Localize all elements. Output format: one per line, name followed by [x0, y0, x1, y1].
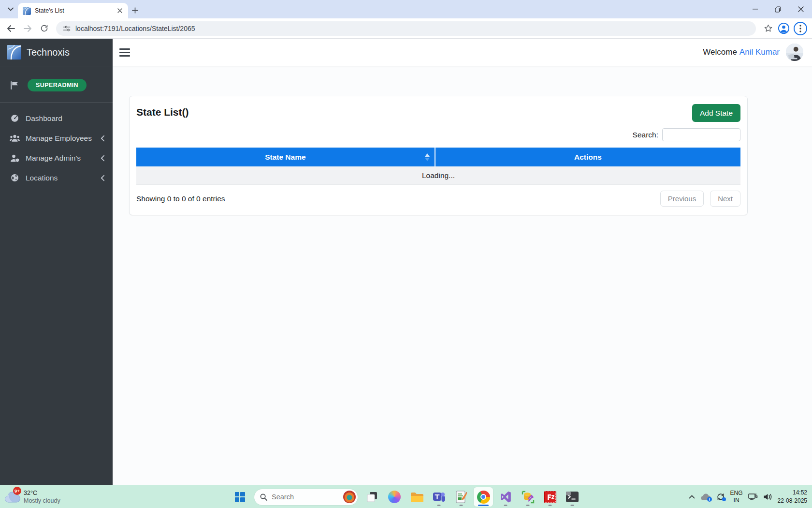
- taskbar-search-box[interactable]: [254, 489, 358, 505]
- users-icon: [9, 134, 20, 142]
- close-icon: [798, 6, 804, 12]
- tray-date: 22-08-2025: [778, 497, 807, 505]
- language-line1: ENG: [730, 490, 743, 497]
- add-state-button[interactable]: Add State: [692, 104, 740, 122]
- brand-name: Technoxis: [27, 47, 70, 58]
- running-indicator: [526, 505, 530, 506]
- onedrive-cloud-icon[interactable]: [700, 493, 711, 501]
- browser-profile-button[interactable]: [776, 21, 791, 36]
- weather-widget[interactable]: 9+ 32°C Mostly cloudy: [4, 485, 60, 508]
- sidebar-item-manage-employees[interactable]: Manage Employees: [0, 128, 113, 148]
- column-label: State Name: [265, 153, 305, 162]
- clock[interactable]: 14:52 22-08-2025: [778, 489, 807, 505]
- sync-status-icon[interactable]: [716, 493, 725, 501]
- file-explorer-icon: [410, 492, 423, 503]
- window-close-button[interactable]: [789, 0, 812, 18]
- task-view-button[interactable]: [362, 487, 382, 507]
- start-button[interactable]: [230, 487, 249, 507]
- taskbar-search-input[interactable]: [272, 493, 343, 501]
- sidebar-toggle-button[interactable]: [119, 48, 130, 57]
- running-indicator: [549, 505, 552, 506]
- weather-cloud-icon: 9+: [4, 489, 20, 505]
- ssms-icon: [522, 491, 535, 504]
- new-tab-button[interactable]: [129, 4, 141, 16]
- chrome-button-active[interactable]: [474, 487, 493, 507]
- tab-close-icon[interactable]: [116, 6, 124, 15]
- search-input[interactable]: [662, 128, 740, 141]
- welcome-label: Welcome: [703, 47, 737, 57]
- language-indicator[interactable]: ENG IN: [730, 490, 743, 504]
- avatar-image: [786, 44, 803, 61]
- browser-menu-button[interactable]: [794, 22, 807, 35]
- column-label: Actions: [574, 153, 602, 162]
- tab-search-button[interactable]: [4, 3, 17, 15]
- url-text: localhost:7191/Locations/StateList/2065: [75, 25, 195, 32]
- window-controls: [744, 0, 812, 18]
- running-indicator: [437, 505, 441, 506]
- back-button[interactable]: [3, 20, 19, 37]
- volume-icon[interactable]: [763, 493, 772, 501]
- visual-studio-button[interactable]: [496, 487, 515, 507]
- browser-tab-active[interactable]: State's List: [18, 3, 128, 18]
- table-header-row: State Name Actions: [136, 148, 740, 166]
- window-minimize-button[interactable]: [744, 0, 767, 18]
- notes-button[interactable]: [451, 487, 471, 507]
- window-restore-button[interactable]: [767, 0, 789, 18]
- refresh-button[interactable]: [36, 20, 52, 37]
- previous-page-button[interactable]: Previous: [660, 191, 704, 207]
- tray-chevron-up-icon[interactable]: [689, 495, 695, 499]
- speedometer-icon: [9, 114, 20, 122]
- filezilla-icon: [544, 491, 556, 503]
- role-row: SUPERADMIN: [0, 66, 113, 103]
- filezilla-button[interactable]: [540, 487, 560, 507]
- language-line2: IN: [730, 497, 743, 504]
- chevron-down-icon: [8, 7, 14, 11]
- teams-button[interactable]: [429, 487, 449, 507]
- sidebar: Technoxis SUPERADMIN Dashboard Manage Em…: [0, 39, 113, 485]
- site-settings-icon: [63, 25, 71, 32]
- terminal-button[interactable]: [563, 487, 582, 507]
- table-search-row: Search:: [136, 128, 740, 141]
- sidebar-nav: Dashboard Manage Employees Manage Admin'…: [0, 103, 113, 194]
- bookmark-button[interactable]: [760, 20, 776, 37]
- user-name-link[interactable]: Anil Kumar: [740, 47, 780, 57]
- address-bar[interactable]: localhost:7191/Locations/StateList/2065: [56, 21, 756, 36]
- copilot-icon: [388, 491, 401, 503]
- card-header: State List() Add State: [136, 104, 740, 122]
- column-header-state-name[interactable]: State Name: [136, 148, 435, 166]
- state-list-card: State List() Add State Search: State Nam…: [129, 96, 748, 215]
- sidebar-item-label: Dashboard: [26, 114, 62, 123]
- ssms-button[interactable]: [518, 487, 537, 507]
- user-avatar[interactable]: [786, 44, 803, 61]
- table-loading-row: Loading...: [136, 166, 740, 185]
- pagination: Previous Next: [660, 191, 740, 207]
- chrome-icon: [477, 491, 490, 504]
- sidebar-item-locations[interactable]: Locations: [0, 168, 113, 188]
- system-tray: ENG IN 14:52 22-08-2025: [689, 485, 807, 508]
- sidebar-item-dashboard[interactable]: Dashboard: [0, 108, 113, 128]
- running-indicator-active: [478, 505, 489, 506]
- file-explorer-button[interactable]: [407, 487, 426, 507]
- sync-badge: [722, 497, 726, 501]
- chevron-left-icon: [101, 135, 105, 142]
- browser-tabstrip: State's List: [0, 0, 812, 18]
- refresh-icon: [40, 24, 48, 32]
- sidebar-item-manage-admins[interactable]: Manage Admin's: [0, 148, 113, 168]
- sidebar-item-label: Manage Employees: [26, 134, 92, 143]
- network-icon[interactable]: [748, 493, 758, 501]
- taskbar-center: [230, 485, 582, 508]
- forward-button[interactable]: [19, 20, 36, 37]
- tray-time: 14:52: [778, 489, 807, 497]
- profile-icon: [778, 22, 790, 34]
- welcome-text: Welcome Anil Kumar: [703, 47, 780, 57]
- copilot-button[interactable]: [385, 487, 404, 507]
- page-title: State List(): [136, 104, 189, 118]
- minimize-icon: [753, 9, 758, 10]
- loading-text: Loading...: [422, 171, 455, 180]
- search-highlight-image[interactable]: [343, 491, 356, 503]
- brand[interactable]: Technoxis: [0, 39, 113, 66]
- task-view-icon: [366, 491, 378, 503]
- terminal-icon: [566, 492, 579, 502]
- next-page-button[interactable]: Next: [710, 191, 740, 207]
- restore-icon: [775, 6, 781, 13]
